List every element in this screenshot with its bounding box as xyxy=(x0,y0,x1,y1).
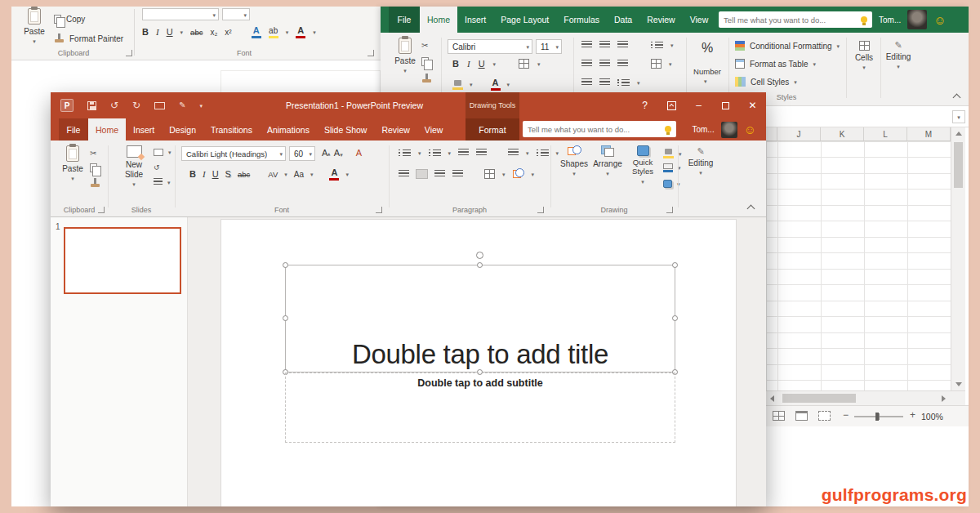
excel-tab-file[interactable]: File xyxy=(389,7,420,33)
word-font-size-combo[interactable]: ▾ xyxy=(222,8,250,20)
smartart-dropdown-icon[interactable]: ▾ xyxy=(532,172,535,177)
clipboard-dialog-launcher[interactable] xyxy=(98,207,105,213)
user-avatar[interactable] xyxy=(907,10,927,29)
merge-center-icon[interactable] xyxy=(651,59,662,69)
grow-font-button[interactable]: A▾ xyxy=(322,149,331,158)
column-header-m[interactable]: M xyxy=(907,127,951,141)
slide-canvas[interactable]: Double tap to add title Double tap to ad… xyxy=(220,219,737,506)
bullets-icon[interactable] xyxy=(399,149,411,157)
cell-styles-button[interactable]: Cell Styles ▾ xyxy=(735,77,797,87)
indent-decrease-icon[interactable] xyxy=(581,78,592,87)
font-dialog-launcher[interactable] xyxy=(376,207,382,213)
horizontal-scrollbar[interactable] xyxy=(766,390,965,405)
bold-button[interactable]: B xyxy=(142,28,149,37)
excel-tell-me-search[interactable]: Tell me what you want to do... xyxy=(719,11,872,28)
excel-tab-home[interactable]: Home xyxy=(420,7,457,33)
column-header-partial[interactable] xyxy=(766,127,777,141)
user-name[interactable]: Tom... xyxy=(692,125,714,134)
align-center-icon[interactable] xyxy=(599,60,610,68)
ppt-tab-format[interactable]: Format xyxy=(466,118,519,141)
subscript-button[interactable]: x₂ xyxy=(210,29,217,37)
ppt-font-size-combo[interactable]: 60▾ xyxy=(289,146,315,161)
user-avatar[interactable] xyxy=(721,122,737,138)
ppt-title-bar[interactable]: P ↺ ↻ ✎ ▾ Presentation1 - PowerPoint Pre… xyxy=(51,92,766,118)
underline-button[interactable]: U xyxy=(212,170,219,179)
new-slide-button[interactable]: New Slide ▾ xyxy=(118,145,150,187)
word-font-color-button[interactable]: A xyxy=(296,26,305,38)
excel-font-size-combo[interactable]: 11▾ xyxy=(536,39,562,54)
underline-dropdown-icon[interactable]: ▾ xyxy=(493,61,497,67)
text-effects-button[interactable]: A xyxy=(252,26,261,38)
ppt-paste-button[interactable]: Paste ▾ xyxy=(57,145,88,181)
format-painter-button[interactable] xyxy=(421,74,432,83)
ppt-tab-design[interactable]: Design xyxy=(162,118,203,141)
excel-tab-view[interactable]: View xyxy=(683,7,716,33)
excel-tab-data[interactable]: Data xyxy=(607,7,639,33)
strikethrough-button[interactable]: abc xyxy=(190,29,203,37)
excel-paste-button[interactable]: Paste ▾ xyxy=(390,38,420,74)
change-case-button[interactable]: Aa xyxy=(294,171,304,179)
char-spacing-dropdown-icon[interactable]: ▾ xyxy=(284,172,287,177)
maximize-button[interactable] xyxy=(712,92,739,118)
copy-button[interactable] xyxy=(421,57,429,66)
ppt-tab-slide-show[interactable]: Slide Show xyxy=(317,118,375,141)
ppt-editing-button[interactable]: ✎ Editing ▾ xyxy=(684,147,717,176)
align-right-icon[interactable] xyxy=(617,60,628,68)
font-color-dropdown-icon[interactable]: ▾ xyxy=(313,29,316,35)
rotation-handle[interactable] xyxy=(476,252,483,259)
change-case-dropdown-icon[interactable]: ▾ xyxy=(310,172,314,177)
word-font-name-combo[interactable]: ▾ xyxy=(142,8,219,20)
save-icon[interactable] xyxy=(87,101,96,110)
pen-icon[interactable]: ✎ xyxy=(179,101,185,109)
word-paste-button[interactable]: Paste ▾ xyxy=(18,8,51,44)
shrink-font-button[interactable]: A▾ xyxy=(334,149,343,158)
page-layout-view-icon[interactable] xyxy=(795,411,808,421)
resize-handle-nw[interactable] xyxy=(283,262,288,268)
subtitle-placeholder[interactable]: Double tap to add subtitle xyxy=(285,372,675,443)
align-left-icon[interactable] xyxy=(399,170,409,178)
qat-customize-icon[interactable]: ▾ xyxy=(200,103,203,109)
fill-color-icon[interactable] xyxy=(452,80,463,90)
scroll-up-arrow-icon[interactable] xyxy=(956,132,962,136)
zoom-out-button[interactable]: − xyxy=(843,409,849,421)
underline-button[interactable]: U xyxy=(479,60,485,69)
layout-button[interactable]: ▾ xyxy=(154,149,172,156)
vertical-scrollbar[interactable] xyxy=(951,127,965,390)
column-header-j[interactable]: J xyxy=(777,127,821,141)
excel-grid[interactable] xyxy=(766,141,951,390)
fill-dropdown-icon[interactable]: ▾ xyxy=(470,82,473,87)
align-left-icon[interactable] xyxy=(581,60,592,68)
convert-smartart-icon[interactable] xyxy=(513,168,524,180)
horizontal-scroll-thumb[interactable] xyxy=(782,394,856,403)
numbering-dropdown-icon[interactable]: ▾ xyxy=(448,150,452,156)
align-right-icon[interactable] xyxy=(434,170,445,178)
drawing-dialog-launcher[interactable] xyxy=(666,207,673,213)
column-header-l[interactable]: L xyxy=(864,127,907,141)
numbering-icon[interactable] xyxy=(429,149,441,157)
align-middle-icon[interactable] xyxy=(599,41,610,49)
line-spacing-dropdown-icon[interactable]: ▾ xyxy=(526,150,529,156)
bold-button[interactable]: B xyxy=(452,60,459,69)
orientation-dropdown-icon[interactable]: ▾ xyxy=(670,42,674,48)
section-button[interactable]: ▾ xyxy=(154,178,171,186)
ppt-tab-review[interactable]: Review xyxy=(374,118,416,141)
arrange-button[interactable]: Arrange ▾ xyxy=(591,145,624,176)
redo-icon[interactable]: ↻ xyxy=(132,100,140,110)
cut-button[interactable]: ✂ xyxy=(421,41,428,50)
excel-font-name-combo[interactable]: Calibri▾ xyxy=(448,39,532,54)
columns-icon[interactable] xyxy=(484,169,495,179)
formula-bar-dropdown[interactable]: ▾ xyxy=(952,110,965,123)
increase-indent-icon[interactable] xyxy=(476,149,487,157)
page-break-view-icon[interactable] xyxy=(818,411,831,421)
clipboard-dialog-launcher[interactable] xyxy=(126,50,132,56)
scroll-left-arrow-icon[interactable] xyxy=(770,395,774,402)
copy-button[interactable] xyxy=(90,163,97,172)
orientation-icon[interactable] xyxy=(651,41,663,49)
feedback-smiley-icon[interactable]: ☺ xyxy=(744,123,756,136)
justify-icon[interactable] xyxy=(452,170,463,178)
zoom-slider-thumb[interactable] xyxy=(875,413,879,421)
zoom-level[interactable]: 100% xyxy=(921,412,943,422)
excel-tab-formulas[interactable]: Formulas xyxy=(556,7,607,33)
highlight-button[interactable]: ab xyxy=(269,27,278,38)
resize-handle-w[interactable] xyxy=(283,315,288,321)
